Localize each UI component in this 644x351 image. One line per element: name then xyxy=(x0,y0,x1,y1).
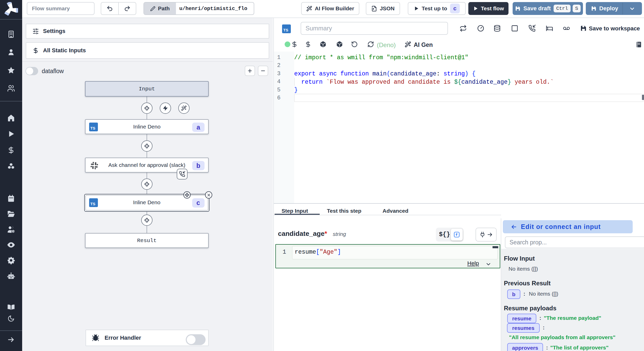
svg-text:TS: TS xyxy=(283,28,288,32)
